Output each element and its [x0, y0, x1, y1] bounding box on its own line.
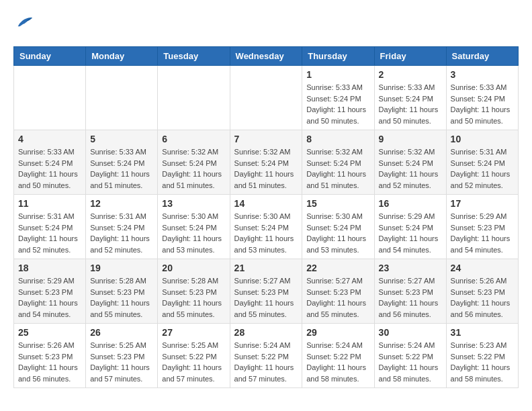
calendar-cell: 3 Sunrise: 5:33 AMSunset: 5:24 PMDayligh… — [446, 66, 518, 130]
calendar-cell: 5 Sunrise: 5:33 AMSunset: 5:24 PMDayligh… — [86, 130, 158, 195]
calendar-cell — [158, 66, 230, 130]
day-info: Sunrise: 5:25 AMSunset: 5:23 PMDaylight:… — [90, 341, 150, 383]
calendar-cell: 22 Sunrise: 5:27 AMSunset: 5:23 PMDaylig… — [302, 259, 374, 324]
calendar-header-row: SundayMondayTuesdayWednesdayThursdayFrid… — [14, 47, 519, 66]
calendar-cell: 24 Sunrise: 5:26 AMSunset: 5:23 PMDaylig… — [446, 259, 518, 324]
calendar-cell: 9 Sunrise: 5:32 AMSunset: 5:24 PMDayligh… — [374, 130, 446, 195]
calendar-week-2: 4 Sunrise: 5:33 AMSunset: 5:24 PMDayligh… — [14, 130, 519, 195]
day-info: Sunrise: 5:31 AMSunset: 5:24 PMDaylight:… — [451, 148, 511, 189]
calendar-cell — [14, 66, 86, 130]
day-header-thursday: Thursday — [302, 47, 374, 66]
day-number: 28 — [234, 327, 298, 338]
calendar-cell: 11 Sunrise: 5:31 AMSunset: 5:24 PMDaylig… — [14, 195, 86, 259]
day-info: Sunrise: 5:32 AMSunset: 5:24 PMDaylight:… — [234, 148, 294, 189]
calendar-week-5: 25 Sunrise: 5:26 AMSunset: 5:23 PMDaylig… — [14, 324, 519, 388]
day-number: 26 — [90, 327, 153, 338]
day-number: 8 — [306, 134, 369, 144]
day-header-friday: Friday — [374, 47, 446, 66]
day-number: 20 — [162, 263, 225, 273]
day-info: Sunrise: 5:33 AMSunset: 5:24 PMDaylight:… — [379, 83, 439, 125]
day-number: 1 — [306, 69, 369, 80]
calendar-cell: 15 Sunrise: 5:30 AMSunset: 5:24 PMDaylig… — [302, 195, 374, 259]
calendar-cell: 23 Sunrise: 5:27 AMSunset: 5:23 PMDaylig… — [374, 259, 446, 324]
calendar-cell: 16 Sunrise: 5:29 AMSunset: 5:24 PMDaylig… — [374, 195, 446, 259]
calendar-cell: 14 Sunrise: 5:30 AMSunset: 5:24 PMDaylig… — [230, 195, 302, 259]
calendar-week-4: 18 Sunrise: 5:29 AMSunset: 5:23 PMDaylig… — [14, 259, 519, 324]
day-info: Sunrise: 5:27 AMSunset: 5:23 PMDaylight:… — [234, 277, 294, 318]
day-number: 24 — [451, 263, 514, 273]
calendar-cell: 1 Sunrise: 5:33 AMSunset: 5:24 PMDayligh… — [302, 66, 374, 130]
day-info: Sunrise: 5:32 AMSunset: 5:24 PMDaylight:… — [162, 148, 222, 189]
day-number: 3 — [451, 69, 514, 80]
day-number: 9 — [379, 134, 442, 144]
calendar-cell: 19 Sunrise: 5:28 AMSunset: 5:23 PMDaylig… — [86, 259, 158, 324]
day-info: Sunrise: 5:33 AMSunset: 5:24 PMDaylight:… — [306, 83, 366, 125]
calendar-cell: 18 Sunrise: 5:29 AMSunset: 5:23 PMDaylig… — [14, 259, 86, 324]
logo-text — [13, 13, 34, 36]
calendar-cell: 2 Sunrise: 5:33 AMSunset: 5:24 PMDayligh… — [374, 66, 446, 130]
page-header — [13, 13, 519, 36]
day-header-sunday: Sunday — [14, 47, 86, 66]
day-info: Sunrise: 5:31 AMSunset: 5:24 PMDaylight:… — [90, 212, 150, 254]
calendar-cell: 27 Sunrise: 5:25 AMSunset: 5:22 PMDaylig… — [158, 324, 230, 388]
day-number: 30 — [379, 327, 442, 338]
day-info: Sunrise: 5:30 AMSunset: 5:24 PMDaylight:… — [162, 212, 222, 254]
day-info: Sunrise: 5:26 AMSunset: 5:23 PMDaylight:… — [18, 341, 78, 383]
calendar-week-3: 11 Sunrise: 5:31 AMSunset: 5:24 PMDaylig… — [14, 195, 519, 259]
day-info: Sunrise: 5:27 AMSunset: 5:23 PMDaylight:… — [306, 277, 366, 318]
day-info: Sunrise: 5:33 AMSunset: 5:24 PMDaylight:… — [451, 83, 511, 125]
calendar-cell: 30 Sunrise: 5:24 AMSunset: 5:22 PMDaylig… — [374, 324, 446, 388]
calendar-cell: 4 Sunrise: 5:33 AMSunset: 5:24 PMDayligh… — [14, 130, 86, 195]
day-info: Sunrise: 5:28 AMSunset: 5:23 PMDaylight:… — [90, 277, 150, 318]
day-info: Sunrise: 5:31 AMSunset: 5:24 PMDaylight:… — [18, 212, 78, 254]
calendar-cell — [230, 66, 302, 130]
day-number: 21 — [234, 263, 298, 273]
calendar-week-1: 1 Sunrise: 5:33 AMSunset: 5:24 PMDayligh… — [14, 66, 519, 130]
day-number: 14 — [234, 198, 298, 209]
day-info: Sunrise: 5:29 AMSunset: 5:23 PMDaylight:… — [18, 277, 78, 318]
day-number: 5 — [90, 134, 153, 144]
day-number: 7 — [234, 134, 298, 144]
day-header-wednesday: Wednesday — [230, 47, 302, 66]
logo — [13, 13, 34, 36]
calendar-cell: 31 Sunrise: 5:23 AMSunset: 5:22 PMDaylig… — [446, 324, 518, 388]
day-info: Sunrise: 5:30 AMSunset: 5:24 PMDaylight:… — [234, 212, 294, 254]
day-info: Sunrise: 5:24 AMSunset: 5:22 PMDaylight:… — [379, 341, 439, 383]
day-number: 18 — [18, 263, 81, 273]
day-info: Sunrise: 5:29 AMSunset: 5:23 PMDaylight:… — [451, 212, 511, 254]
calendar-cell: 8 Sunrise: 5:32 AMSunset: 5:24 PMDayligh… — [302, 130, 374, 195]
day-number: 27 — [162, 327, 225, 338]
calendar-cell: 29 Sunrise: 5:24 AMSunset: 5:22 PMDaylig… — [302, 324, 374, 388]
day-header-saturday: Saturday — [446, 47, 518, 66]
day-header-monday: Monday — [86, 47, 158, 66]
day-header-tuesday: Tuesday — [158, 47, 230, 66]
calendar-cell: 21 Sunrise: 5:27 AMSunset: 5:23 PMDaylig… — [230, 259, 302, 324]
day-number: 12 — [90, 198, 153, 209]
day-number: 11 — [18, 198, 81, 209]
day-info: Sunrise: 5:32 AMSunset: 5:24 PMDaylight:… — [306, 148, 366, 189]
day-number: 25 — [18, 327, 81, 338]
day-info: Sunrise: 5:32 AMSunset: 5:24 PMDaylight:… — [379, 148, 439, 189]
calendar-cell — [86, 66, 158, 130]
day-info: Sunrise: 5:26 AMSunset: 5:23 PMDaylight:… — [451, 277, 511, 318]
day-info: Sunrise: 5:28 AMSunset: 5:23 PMDaylight:… — [162, 277, 222, 318]
calendar-cell: 12 Sunrise: 5:31 AMSunset: 5:24 PMDaylig… — [86, 195, 158, 259]
day-number: 23 — [379, 263, 442, 273]
day-info: Sunrise: 5:33 AMSunset: 5:24 PMDaylight:… — [90, 148, 150, 189]
day-info: Sunrise: 5:24 AMSunset: 5:22 PMDaylight:… — [234, 341, 294, 383]
calendar-cell: 25 Sunrise: 5:26 AMSunset: 5:23 PMDaylig… — [14, 324, 86, 388]
calendar-cell: 26 Sunrise: 5:25 AMSunset: 5:23 PMDaylig… — [86, 324, 158, 388]
day-number: 6 — [162, 134, 225, 144]
day-number: 19 — [90, 263, 153, 273]
day-number: 31 — [451, 327, 514, 338]
day-number: 22 — [306, 263, 369, 273]
calendar-table: SundayMondayTuesdayWednesdayThursdayFrid… — [13, 46, 519, 388]
logo-bird-icon — [15, 13, 34, 32]
day-info: Sunrise: 5:30 AMSunset: 5:24 PMDaylight:… — [306, 212, 366, 254]
day-number: 10 — [451, 134, 514, 144]
calendar-cell: 13 Sunrise: 5:30 AMSunset: 5:24 PMDaylig… — [158, 195, 230, 259]
day-number: 2 — [379, 69, 442, 80]
calendar-cell: 17 Sunrise: 5:29 AMSunset: 5:23 PMDaylig… — [446, 195, 518, 259]
day-info: Sunrise: 5:27 AMSunset: 5:23 PMDaylight:… — [379, 277, 439, 318]
day-info: Sunrise: 5:25 AMSunset: 5:22 PMDaylight:… — [162, 341, 222, 383]
